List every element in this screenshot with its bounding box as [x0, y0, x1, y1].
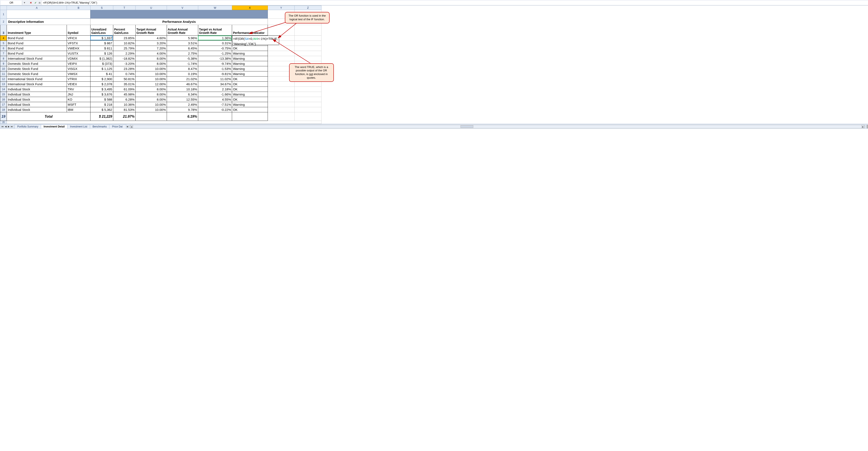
cell-Z13[interactable]	[294, 82, 321, 87]
tab-nav-next-icon[interactable]: ▶	[7, 125, 10, 128]
cell-S15[interactable]: $ 3,676	[90, 92, 113, 97]
tab-nav-last-icon[interactable]: ⏭	[10, 125, 13, 128]
cell-U6[interactable]: 7.20%	[135, 46, 167, 51]
total-w[interactable]	[198, 112, 232, 121]
select-all-corner[interactable]	[0, 6, 7, 10]
total-actual-growth[interactable]: 6.19%	[167, 112, 198, 121]
cell-A18[interactable]: Individual Stock	[7, 107, 67, 112]
tab-nav-first-icon[interactable]: ⏮	[1, 125, 4, 128]
cell-X15[interactable]: Warning	[232, 92, 268, 97]
cell-V6[interactable]: 6.45%	[167, 46, 198, 51]
cell-A12[interactable]: International Stock Fund	[7, 77, 67, 82]
cell-A11[interactable]: Domestic Stock Fund	[7, 72, 67, 77]
cell-B11[interactable]: VIMSX	[67, 72, 90, 77]
cell-T9[interactable]: -3.20%	[113, 61, 135, 66]
cell-X14[interactable]: OK	[232, 87, 268, 92]
row-header-9[interactable]: 9	[0, 61, 7, 66]
enter-icon[interactable]: ✓	[33, 1, 38, 4]
row-header-11[interactable]: 11	[0, 72, 7, 77]
cell-V13[interactable]: 46.67%	[167, 82, 198, 87]
cell-Z18[interactable]	[294, 107, 321, 112]
col-header-U[interactable]: U	[135, 6, 167, 10]
cell-B14[interactable]: TRV	[67, 87, 90, 92]
cell-Z5[interactable]	[294, 41, 321, 46]
total-x[interactable]	[232, 112, 268, 121]
cell-S5[interactable]: $ 867	[90, 41, 113, 46]
col-header-A[interactable]: A	[7, 6, 67, 10]
cell-Z16[interactable]	[294, 97, 321, 102]
total-label[interactable]: Total	[7, 112, 90, 121]
col-header-Z[interactable]: Z	[294, 6, 321, 10]
row-header-14[interactable]: 14	[0, 87, 7, 92]
cell-W15[interactable]: -1.66%	[198, 92, 232, 97]
cell-A4[interactable]: Bond Fund	[7, 36, 67, 41]
row-header-6[interactable]: 6	[0, 46, 7, 51]
cell-B7[interactable]: VUSTX	[67, 51, 90, 56]
cell-W17[interactable]: -7.51%	[198, 102, 232, 107]
name-box-dropdown-icon[interactable]: ▼	[23, 1, 26, 4]
col-header-X[interactable]: X	[232, 6, 268, 10]
cell-A15[interactable]: Individual Stock	[7, 92, 67, 97]
cell-U9[interactable]: 8.00%	[135, 61, 167, 66]
tab-investment-detail[interactable]: Investment Detail	[41, 124, 67, 129]
cell-A16[interactable]: Individual Stock	[7, 97, 67, 102]
cell-Z17[interactable]	[294, 102, 321, 107]
cell-S9[interactable]: $ (373)	[90, 61, 113, 66]
row-header-8[interactable]: 8	[0, 56, 7, 61]
cell-T4[interactable]: 23.85%	[113, 36, 135, 41]
col-header-B[interactable]: B	[67, 6, 90, 10]
cell-Z6[interactable]	[294, 46, 321, 51]
cell-V4[interactable]: 5.96%	[167, 36, 198, 41]
cell-U16[interactable]: 8.00%	[135, 97, 167, 102]
header-target-vs-actual[interactable]: Target vs Actual Growth Rate	[198, 25, 232, 36]
cancel-icon[interactable]: ✕	[29, 1, 33, 4]
cell-W9[interactable]: -9.74%	[198, 61, 232, 66]
row-header-1[interactable]: 1	[0, 10, 7, 19]
col-header-S[interactable]: S	[90, 6, 113, 10]
row-header-13[interactable]: 13	[0, 82, 7, 87]
cell-U12[interactable]: 10.00%	[135, 77, 167, 82]
cell-T18[interactable]: 81.53%	[113, 107, 135, 112]
cell-V9[interactable]: -1.74%	[167, 61, 198, 66]
cell-W18[interactable]: -0.22%	[198, 107, 232, 112]
cell-T16[interactable]: 6.28%	[113, 97, 135, 102]
col-header-W[interactable]: W	[198, 6, 232, 10]
cell-A6[interactable]: Bond Fund	[7, 46, 67, 51]
header-target-annual-growth[interactable]: Target Annual Growth Rate	[135, 25, 167, 36]
col-header-V[interactable]: V	[167, 6, 198, 10]
cell-V11[interactable]: 0.19%	[167, 72, 198, 77]
total-u[interactable]	[135, 112, 167, 121]
cell-B13[interactable]: VEIEX	[67, 82, 90, 87]
cell-U18[interactable]: 10.00%	[135, 107, 167, 112]
cell-B10[interactable]: VISGX	[67, 66, 90, 72]
cell-Y17[interactable]	[268, 102, 294, 107]
cell-W10[interactable]: -1.53%	[198, 66, 232, 72]
row-header-20[interactable]: 20	[0, 121, 7, 124]
cell-Z7[interactable]	[294, 51, 321, 56]
cell-T5[interactable]: 10.82%	[113, 41, 135, 46]
formula-input[interactable]: =IF(OR(S4<0,W4<-1%)=TRUE,"Warning","OK")	[41, 1, 868, 5]
row-header-16[interactable]: 16	[0, 97, 7, 102]
tab-portfolio-summary[interactable]: Portfolio Summary	[14, 124, 41, 129]
hscroll-thumb[interactable]	[461, 125, 473, 128]
cell-W13[interactable]: 34.67%	[198, 82, 232, 87]
cell-B18[interactable]: IBM	[67, 107, 90, 112]
cell-W4[interactable]: 1.36%	[198, 36, 232, 41]
header-symbol[interactable]: Symbol	[67, 25, 90, 36]
cell-T11[interactable]: 0.74%	[113, 72, 135, 77]
cell-T6[interactable]: 25.79%	[113, 46, 135, 51]
cell-S13[interactable]: $ 2,078	[90, 82, 113, 87]
cell-U13[interactable]: 12.00%	[135, 82, 167, 87]
cell-Y13[interactable]	[268, 82, 294, 87]
cell-Y6[interactable]	[268, 46, 294, 51]
cell-edit-overlay[interactable]: =IF(OR(S4<0,W4<-1%)=TRUE, "Warning","OK"…	[232, 36, 279, 45]
row-header-2[interactable]: 2	[0, 19, 7, 25]
cell-U15[interactable]: 8.00%	[135, 92, 167, 97]
cell-T8[interactable]: -18.82%	[113, 56, 135, 61]
cell-V12[interactable]: 21.02%	[167, 77, 198, 82]
cell-U11[interactable]: 10.00%	[135, 72, 167, 77]
total-gain-loss[interactable]: $ 21,229	[90, 112, 113, 121]
row-header-19[interactable]: 19	[0, 112, 7, 121]
cell-U8[interactable]: 8.00%	[135, 56, 167, 61]
cell-Z4[interactable]	[294, 36, 321, 41]
